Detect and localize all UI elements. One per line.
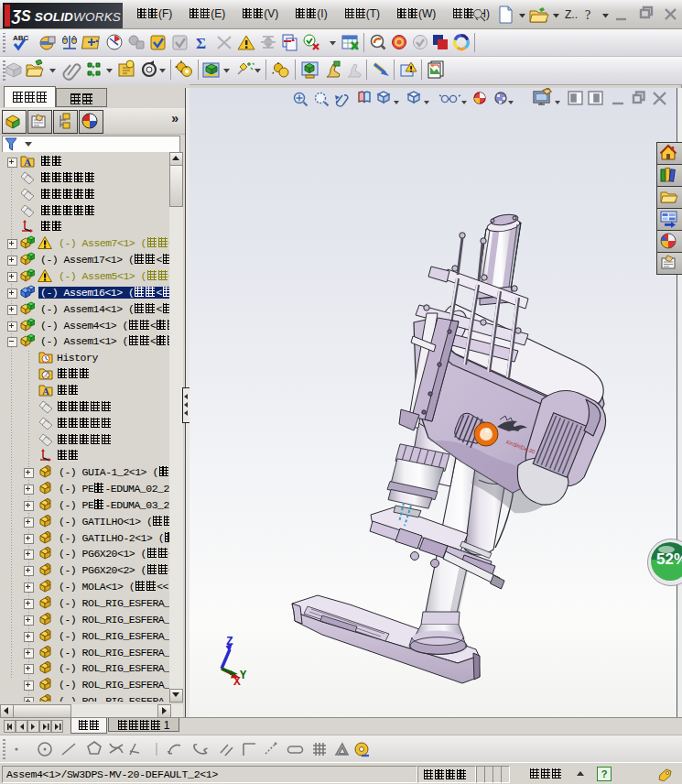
svg-text:?: ? (585, 8, 590, 22)
svg-text:Σ: Σ (196, 35, 206, 52)
svg-text:Z..: Z.. (565, 8, 578, 21)
svg-text:ABC: ABC (13, 34, 29, 42)
svg-text:Y: Y (240, 670, 247, 682)
